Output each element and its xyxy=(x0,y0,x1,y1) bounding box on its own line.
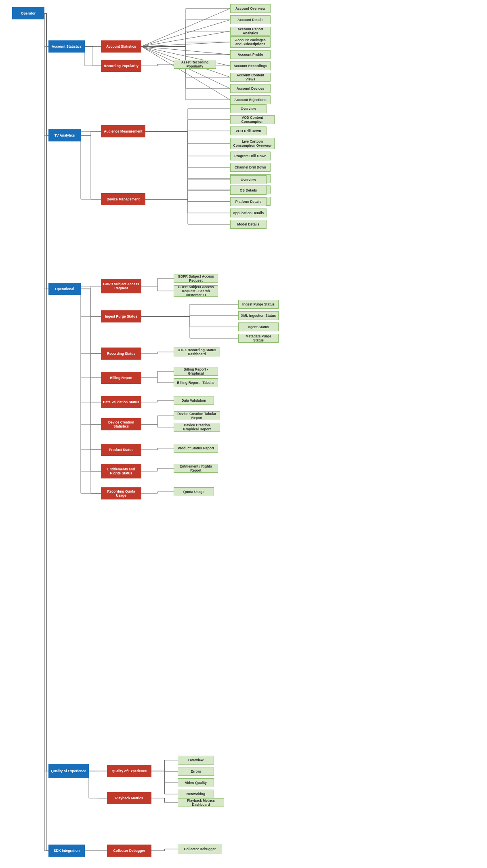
data_validation_l2[interactable]: Data Validation Status xyxy=(101,396,141,408)
collector_debugger_l2[interactable]: Collector Debugger xyxy=(107,845,151,857)
dm_application_details[interactable]: Application Details xyxy=(230,209,267,217)
device_management_l2[interactable]: Device Management xyxy=(101,193,145,205)
device_creation_graphical[interactable]: Device Creation Graphical Report xyxy=(174,423,220,432)
account_rejections[interactable]: Account Rejections xyxy=(230,95,271,104)
gdpr_subject_access[interactable]: GDPR Subject Access Request xyxy=(174,274,218,283)
account_overview[interactable]: Account Overview xyxy=(230,4,271,13)
account_details[interactable]: Account Details xyxy=(230,15,271,24)
tv_analytics_l1[interactable]: TV Analytics xyxy=(48,129,81,141)
dm_overview[interactable]: Overview xyxy=(230,175,267,184)
account_recordings[interactable]: Account Recordings xyxy=(230,61,271,70)
account_profile[interactable]: Account Profile xyxy=(230,50,271,59)
account_devices[interactable]: Account Devices xyxy=(230,84,271,93)
entitlements_l2[interactable]: Entitlements and Rights Status xyxy=(101,464,141,478)
device_creation_l2[interactable]: Device Creation Statistics xyxy=(101,418,141,430)
svg-line-27 xyxy=(141,31,230,46)
dm_platform_details[interactable]: Platform Details xyxy=(230,197,267,206)
svg-line-33 xyxy=(141,46,230,100)
qoe_video_quality[interactable]: Video Quality xyxy=(178,778,214,787)
account_content_views[interactable]: Account Content Views xyxy=(230,73,271,82)
account_packages[interactable]: Account Packages and Subscriptions xyxy=(230,36,271,48)
ingest_purge_status[interactable]: Ingest Purge Status xyxy=(238,300,279,309)
dm_model_details[interactable]: Model Details xyxy=(230,220,267,229)
program_drill_down[interactable]: Program Drill Down xyxy=(230,152,271,160)
account_report_analytics[interactable]: Account Report Analytics xyxy=(230,27,271,36)
diagram-container: OperatorAccount StatisticsAccount Statis… xyxy=(0,0,487,868)
metadata_purge_status[interactable]: Metadata Purge Status xyxy=(238,334,279,343)
device_creation_tabular[interactable]: Device Creation Tabular Report xyxy=(174,411,220,420)
playback_metrics_dashboard[interactable]: Playback Metrics Dashboard xyxy=(178,798,224,807)
otfx_recording[interactable]: OTFX Recording Status Dashboard xyxy=(174,348,220,356)
quota_usage[interactable]: Quota Usage xyxy=(174,487,214,496)
product_status_l2[interactable]: Product Status xyxy=(101,444,141,456)
svg-line-26 xyxy=(141,20,230,46)
audience_measurement_l2[interactable]: Audience Measurement xyxy=(101,125,145,137)
playback_metrics_l2[interactable]: Playback Metrics xyxy=(107,792,151,804)
recording_status_l2[interactable]: Recording Status xyxy=(101,348,141,360)
account_statistics_l1[interactable]: Account Statistics xyxy=(48,40,85,53)
svg-line-29 xyxy=(141,46,230,55)
qoe_overview[interactable]: Overview xyxy=(178,756,214,765)
product_status_report[interactable]: Product Status Report xyxy=(174,444,218,453)
ingest_purge_l2[interactable]: Ingest Purge Status xyxy=(101,310,141,322)
svg-line-25 xyxy=(141,8,230,46)
billing_report_l2[interactable]: Billing Report xyxy=(101,372,141,384)
vod_content_consumption[interactable]: VOD Content Consumption xyxy=(230,115,275,124)
asset_recording_popularity[interactable]: Asset Recording Popularity xyxy=(174,60,216,69)
xml_ingestion_status[interactable]: XML Ingestion Status xyxy=(238,311,279,320)
collector_debugger[interactable]: Collector Debugger xyxy=(178,845,222,853)
recording_popularity_l2[interactable]: Recording Popularity xyxy=(101,60,141,72)
qoe_l1[interactable]: Quality of Experience xyxy=(48,764,89,778)
qoe_l2[interactable]: Quality of Experience xyxy=(107,765,151,777)
live_cartoon[interactable]: Live Cartoon Consumption Overview xyxy=(230,138,275,149)
billing_graphical[interactable]: Billing Report - Graphical xyxy=(174,367,218,376)
channel_drill_down[interactable]: Channel Drill Down xyxy=(230,163,271,172)
qoe_errors[interactable]: Errors xyxy=(178,767,214,776)
vod_drill_down[interactable]: VOD Drill Down xyxy=(230,126,267,135)
entitlements_rights[interactable]: Entitlement / Rights Report xyxy=(174,464,218,473)
qoe_networking[interactable]: Networking xyxy=(178,790,214,798)
svg-line-28 xyxy=(141,42,230,46)
dm_os_details[interactable]: OS Details xyxy=(230,186,267,195)
gdpr_l2[interactable]: GDPR Subject Access Request xyxy=(101,279,141,293)
recording_quota_l2[interactable]: Recording Quota Usage xyxy=(101,487,141,499)
sdk_integration_l1[interactable]: SDK Integration xyxy=(48,845,85,857)
operational_l1[interactable]: Operational xyxy=(48,283,81,295)
gdpr_subject_access_search[interactable]: GDPR Subject Access Request - Search Cus… xyxy=(174,285,218,297)
agent_status[interactable]: Agent Status xyxy=(238,322,279,331)
tv_overview[interactable]: Overview xyxy=(230,104,267,113)
account_statistics_l2[interactable]: Account Statistics xyxy=(101,40,141,53)
billing_tabular[interactable]: Billing Report - Tabular xyxy=(174,378,218,387)
operator[interactable]: Operator xyxy=(12,7,44,19)
data_validation[interactable]: Data Validation xyxy=(174,396,214,405)
